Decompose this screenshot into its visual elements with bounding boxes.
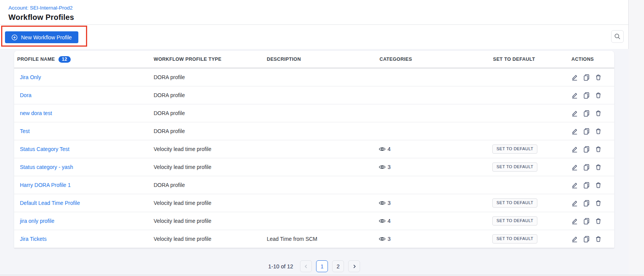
copy-icon [583, 182, 590, 188]
edit-icon [571, 146, 578, 153]
profile-name-link[interactable]: Jira Only [20, 74, 41, 80]
copy-button[interactable] [583, 92, 590, 99]
profile-name-cell: Status category - yash [14, 164, 154, 170]
edit-button[interactable] [571, 92, 578, 99]
profile-name-cell: Jira Only [14, 74, 154, 81]
profile-name-link[interactable]: Test [20, 128, 30, 134]
delete-button[interactable] [595, 92, 602, 99]
column-header-set-to-default: SET TO DEFAULT [480, 57, 569, 62]
profile-type: DORA profile [154, 110, 254, 116]
profile-type: Velocity lead time profile [154, 200, 254, 206]
copy-button[interactable] [583, 200, 590, 206]
copy-icon [583, 164, 590, 170]
copy-button[interactable] [583, 74, 590, 81]
new-workflow-profile-button[interactable]: New Workflow Profile [5, 31, 78, 43]
profile-name-cell: Jira Tickets [14, 235, 154, 242]
actions-cell [569, 164, 614, 170]
delete-button[interactable] [595, 236, 602, 242]
profile-name-link[interactable]: Status category - yash [20, 164, 73, 170]
copy-button[interactable] [583, 146, 590, 153]
profile-name-cell: Dora [14, 92, 154, 99]
copy-button[interactable] [583, 164, 590, 170]
categories-count: 3 [388, 164, 391, 170]
pagination-prev-button[interactable] [300, 260, 312, 272]
search-icon [614, 33, 621, 40]
profile-name-cell: Test [14, 128, 154, 135]
table-header-row: PROFILE NAME 12 WORKFLOW PROFILE TYPE DE… [14, 51, 614, 68]
edit-icon [571, 92, 578, 99]
pagination-next-button[interactable] [348, 260, 360, 272]
delete-button[interactable] [595, 128, 602, 135]
profile-name-cell: Harry DORA Profile 1 [14, 182, 154, 188]
categories-cell: 3 [354, 164, 480, 170]
table-row: Default Lead Time Profile Velocity lead … [14, 194, 614, 212]
edit-button[interactable] [571, 218, 578, 224]
copy-icon [583, 200, 590, 206]
profile-name-link[interactable]: Harry DORA Profile 1 [20, 182, 71, 188]
pagination-page-2-button[interactable]: 2 [332, 260, 344, 272]
edit-button[interactable] [571, 110, 578, 117]
delete-icon [595, 110, 602, 117]
delete-button[interactable] [595, 200, 602, 206]
account-breadcrumb-link[interactable]: Account: SEI-Internal-Prod2 [8, 5, 73, 11]
actions-cell [569, 146, 614, 153]
edit-button[interactable] [571, 236, 578, 242]
copy-button[interactable] [583, 236, 590, 242]
edit-button[interactable] [571, 164, 578, 170]
chevron-right-icon [352, 264, 357, 269]
delete-button[interactable] [595, 182, 602, 188]
profile-type: DORA profile [154, 128, 254, 134]
content-area: Account: SEI-Internal-Prod2 Workflow Pro… [0, 0, 629, 276]
copy-button[interactable] [583, 218, 590, 224]
table-row: Jira Only DORA profile [14, 68, 614, 86]
profile-name-link[interactable]: Status Category Test [20, 146, 70, 152]
profile-name-link[interactable]: Default Lead Time Profile [20, 200, 80, 206]
table-row: Dora DORA profile [14, 86, 614, 104]
edit-button[interactable] [571, 74, 578, 81]
delete-button[interactable] [595, 218, 602, 224]
viewport-bottom-border [0, 275, 644, 275]
plus-circle-icon [11, 34, 18, 41]
edit-button[interactable] [571, 182, 578, 188]
set-to-default-cell: SET TO DEFAULT [480, 234, 569, 243]
column-header-description: DESCRIPTION [254, 57, 354, 62]
delete-icon [595, 128, 602, 135]
actions-cell [569, 236, 614, 242]
eye-icon [379, 218, 386, 224]
delete-button[interactable] [595, 74, 602, 81]
profile-name-link[interactable]: Jira Tickets [20, 236, 47, 242]
profile-count-badge: 12 [58, 56, 71, 63]
categories-count: 4 [388, 218, 391, 224]
table-row: Jira Tickets Velocity lead time profile … [14, 230, 614, 248]
table-row: Harry DORA Profile 1 DORA profile [14, 176, 614, 194]
edit-icon [571, 74, 578, 81]
search-button[interactable] [611, 30, 624, 43]
copy-button[interactable] [583, 128, 590, 135]
delete-icon [595, 146, 602, 153]
profiles-table: PROFILE NAME 12 WORKFLOW PROFILE TYPE DE… [14, 51, 614, 248]
actions-cell [569, 74, 614, 81]
delete-button[interactable] [595, 146, 602, 153]
copy-button[interactable] [583, 110, 590, 117]
categories-count: 4 [388, 146, 391, 152]
page-header: Account: SEI-Internal-Prod2 Workflow Pro… [0, 0, 628, 25]
delete-button[interactable] [595, 110, 602, 117]
delete-icon [595, 164, 602, 170]
profile-name-link[interactable]: new dora test [20, 110, 52, 116]
profile-name-cell: jira only profile [14, 218, 154, 224]
pagination-page-1-button[interactable]: 1 [316, 260, 328, 272]
edit-button[interactable] [571, 146, 578, 153]
delete-button[interactable] [595, 164, 602, 170]
column-header-categories: CATEGORIES [354, 57, 480, 62]
profile-name-cell: Status Category Test [14, 146, 154, 153]
profile-type: Velocity lead time profile [154, 164, 254, 170]
profile-name-link[interactable]: jira only profile [20, 218, 54, 224]
edit-button[interactable] [571, 200, 578, 206]
edit-button[interactable] [571, 128, 578, 135]
copy-button[interactable] [583, 182, 590, 188]
copy-icon [583, 218, 590, 224]
set-to-default-badge: SET TO DEFAULT [492, 144, 537, 153]
profile-name-link[interactable]: Dora [20, 92, 31, 98]
pagination-range-label: 1-10 of 12 [268, 263, 293, 270]
set-to-default-badge: SET TO DEFAULT [492, 234, 537, 243]
